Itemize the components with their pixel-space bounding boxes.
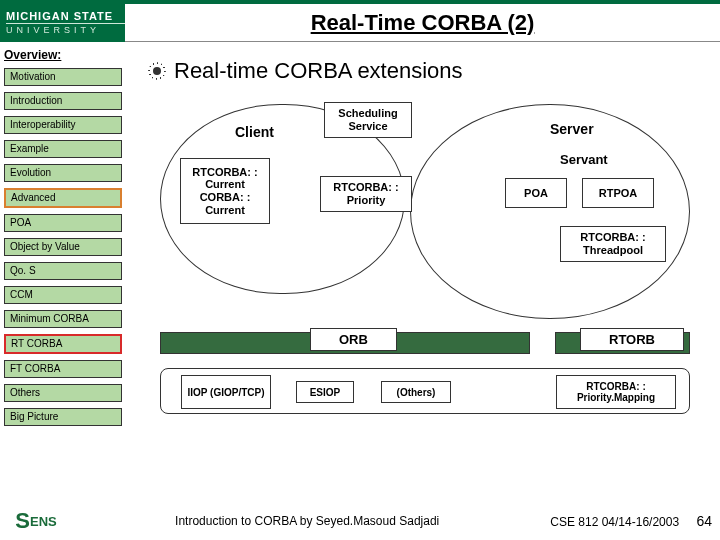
sidebar-nav: Overview: Motivation Introduction Intero…	[4, 48, 122, 432]
bullet-item: Real-time CORBA extensions	[150, 58, 712, 84]
sidebar-item-big-picture[interactable]: Big Picture	[4, 408, 122, 426]
poa-box: POA	[505, 178, 567, 208]
sidebar-item-others[interactable]: Others	[4, 384, 122, 402]
sidebar-item-advanced[interactable]: Advanced	[4, 188, 122, 208]
sidebar-item-qos[interactable]: Qo. S	[4, 262, 122, 280]
sidebar-item-poa[interactable]: POA	[4, 214, 122, 232]
page-number: 64	[696, 513, 712, 529]
sens-logo: SENS	[8, 505, 64, 537]
rtpoa-box: RTPOA	[582, 178, 654, 208]
client-label: Client	[235, 124, 274, 140]
sidebar-heading: Overview:	[4, 48, 122, 62]
orb-layer: ORB RTORB	[160, 328, 690, 358]
brand-line2: UNIVERSITY	[6, 23, 125, 35]
servant-label: Servant	[560, 152, 608, 167]
bullet-text: Real-time CORBA extensions	[174, 58, 463, 84]
brand-line1: MICHIGAN STATE	[6, 10, 125, 22]
footer-right: CSE 812 04/14-16/2003 64	[550, 513, 712, 529]
orb-label: ORB	[310, 328, 397, 351]
university-brand: MICHIGAN STATE UNIVERSITY	[0, 4, 125, 42]
architecture-diagram: Client Server Scheduling Service RTCORBA…	[150, 96, 712, 354]
priority-mapping-box: RTCORBA: : Priority.Mapping	[556, 375, 676, 409]
sidebar-item-ft-corba[interactable]: FT CORBA	[4, 360, 122, 378]
esiop-box: ESIOP	[296, 381, 354, 403]
slide-body: Real-time CORBA extensions Client Server…	[150, 58, 712, 354]
sidebar-item-minimum-corba[interactable]: Minimum CORBA	[4, 310, 122, 328]
slide-title: Real-Time CORBA (2)	[125, 10, 720, 36]
sidebar-item-motivation[interactable]: Motivation	[4, 68, 122, 86]
threadpool-box: RTCORBA: : Threadpool	[560, 226, 666, 262]
protocol-layer: IIOP (GIOP/TCP) ESIOP (Others) RTCORBA: …	[160, 368, 690, 414]
footer-center: Introduction to CORBA by Seyed.Masoud Sa…	[64, 514, 550, 528]
iiop-box: IIOP (GIOP/TCP)	[181, 375, 271, 409]
slide-header: MICHIGAN STATE UNIVERSITY Real-Time CORB…	[0, 4, 720, 42]
rtcorba-priority-box: RTCORBA: : Priority	[320, 176, 412, 212]
sidebar-item-introduction[interactable]: Introduction	[4, 92, 122, 110]
bullet-icon	[150, 64, 164, 78]
course-code: CSE 812 04/14-16/2003	[550, 515, 679, 529]
sidebar-item-object-by-value[interactable]: Object by Value	[4, 238, 122, 256]
server-label: Server	[550, 121, 594, 137]
sidebar-item-example[interactable]: Example	[4, 140, 122, 158]
sidebar-item-interoperability[interactable]: Interoperability	[4, 116, 122, 134]
slide-footer: SENS Introduction to CORBA by Seyed.Maso…	[0, 502, 720, 540]
rtorb-label: RTORB	[580, 328, 684, 351]
sidebar-item-evolution[interactable]: Evolution	[4, 164, 122, 182]
sidebar-item-ccm[interactable]: CCM	[4, 286, 122, 304]
sidebar-item-rt-corba[interactable]: RT CORBA	[4, 334, 122, 354]
others-proto-box: (Others)	[381, 381, 451, 403]
scheduling-service-box: Scheduling Service	[324, 102, 412, 138]
rtcorba-current-box: RTCORBA: : Current CORBA: : Current	[180, 158, 270, 224]
